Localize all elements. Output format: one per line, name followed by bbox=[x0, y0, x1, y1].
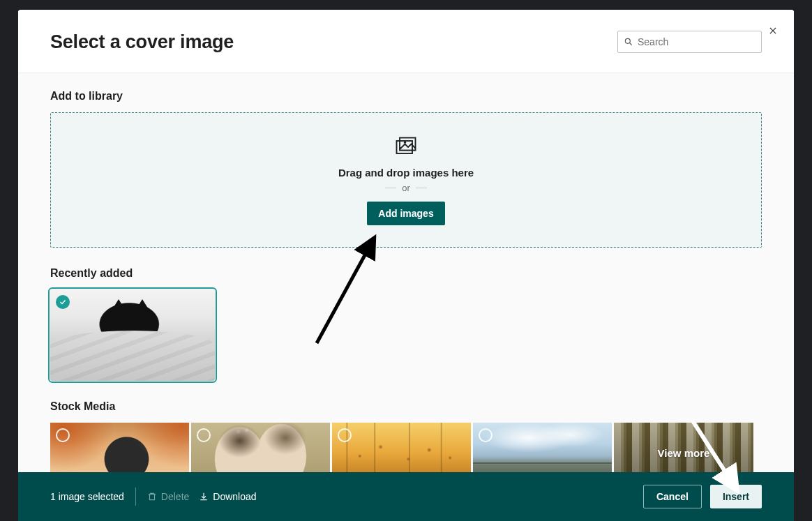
svg-point-0 bbox=[625, 38, 630, 43]
section-title-add-to-library: Add to library bbox=[50, 90, 762, 103]
images-icon bbox=[393, 135, 419, 160]
thumb-image bbox=[50, 289, 215, 381]
delete-button[interactable]: Delete bbox=[147, 491, 189, 502]
selection-check-icon[interactable] bbox=[56, 295, 70, 309]
divider bbox=[135, 488, 136, 506]
modal-header: Select a cover image bbox=[18, 10, 794, 73]
download-button[interactable]: Download bbox=[199, 491, 256, 502]
search-input[interactable] bbox=[638, 36, 755, 47]
search-icon bbox=[624, 37, 633, 47]
delete-label: Delete bbox=[161, 491, 189, 502]
modal-footer: 1 image selected Delete Download Cancel … bbox=[18, 472, 794, 521]
insert-button[interactable]: Insert bbox=[710, 485, 762, 508]
add-images-button[interactable]: Add images bbox=[367, 202, 444, 225]
download-label: Download bbox=[213, 491, 256, 502]
or-text: or bbox=[402, 183, 410, 193]
stock-thumb-4[interactable] bbox=[473, 423, 612, 472]
section-title-recently-added: Recently added bbox=[50, 267, 762, 280]
selection-circle-icon[interactable] bbox=[479, 428, 493, 442]
modal-title: Select a cover image bbox=[50, 31, 234, 53]
download-icon bbox=[199, 492, 209, 501]
cover-image-modal: Select a cover image Add to library Drag… bbox=[18, 10, 794, 521]
svg-rect-5 bbox=[400, 138, 416, 151]
dropzone-or: or bbox=[379, 183, 433, 193]
stock-media-row: View more bbox=[50, 423, 762, 472]
recently-added-row bbox=[50, 289, 762, 381]
close-button[interactable] bbox=[765, 22, 781, 39]
stock-thumb-2[interactable] bbox=[191, 423, 330, 472]
stock-thumb-1[interactable] bbox=[50, 423, 189, 472]
selection-circle-icon[interactable] bbox=[56, 428, 70, 442]
modal-body: Add to library Drag and drop images here… bbox=[18, 73, 794, 472]
recent-thumb-1[interactable] bbox=[50, 289, 215, 381]
dropzone[interactable]: Drag and drop images here or Add images bbox=[50, 112, 762, 248]
selection-circle-icon[interactable] bbox=[338, 428, 352, 442]
svg-rect-9 bbox=[149, 494, 154, 500]
view-more-label: View more bbox=[658, 447, 710, 459]
stock-thumb-3[interactable] bbox=[332, 423, 471, 472]
selection-circle-icon[interactable] bbox=[197, 428, 211, 442]
search-field[interactable] bbox=[617, 31, 762, 53]
svg-line-1 bbox=[630, 43, 632, 45]
selection-count: 1 image selected bbox=[50, 491, 124, 502]
stock-view-more[interactable]: View more bbox=[614, 423, 753, 472]
close-icon bbox=[768, 26, 778, 36]
section-title-stock-media: Stock Media bbox=[50, 400, 762, 413]
dropzone-text: Drag and drop images here bbox=[338, 167, 474, 179]
cancel-button[interactable]: Cancel bbox=[643, 485, 702, 508]
trash-icon bbox=[147, 492, 157, 501]
